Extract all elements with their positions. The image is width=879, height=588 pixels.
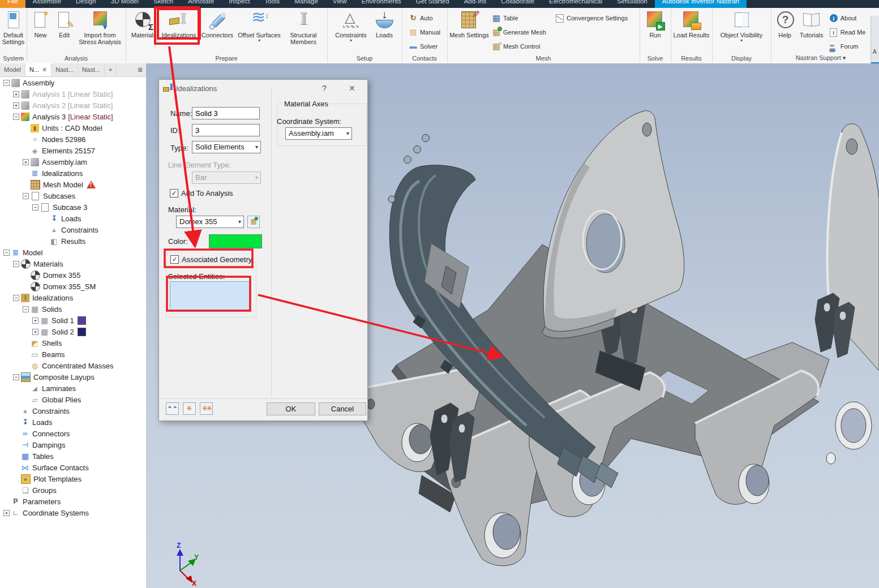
generate-mesh-button[interactable]: Generate Mesh <box>490 25 553 39</box>
object-visibility-button[interactable]: Object Visibility ▾ <box>716 9 767 42</box>
menu-tab-file[interactable]: File <box>0 0 25 8</box>
minus-expander-icon[interactable]: − <box>3 250 10 256</box>
panel-tab-nast[interactable]: Nast... <box>78 63 105 76</box>
tree-item-coordinate-systems[interactable]: +Coordinate Systems <box>0 507 146 518</box>
minus-expander-icon[interactable]: − <box>32 204 38 211</box>
tree-item-loads[interactable]: Loads <box>0 417 146 428</box>
load-results-button[interactable]: Load Results <box>672 9 711 38</box>
forum-button[interactable]: Forum <box>827 39 868 53</box>
tree-item-constraints[interactable]: Constraints <box>0 405 146 417</box>
coordinate-system-dropdown[interactable]: Assembly.iam▾ <box>285 127 352 140</box>
associated-geometry-checkbox[interactable]: ✓ <box>170 255 179 264</box>
name-input[interactable] <box>192 107 260 119</box>
tree-item-analysis-3[interactable]: −Analysis 3[Linear Static] <box>0 111 146 122</box>
tree-item-constraints[interactable]: Constraints <box>0 224 146 235</box>
new-analysis-button[interactable]: New <box>28 9 53 38</box>
ok-button[interactable]: OK <box>267 402 315 415</box>
read-me-button[interactable]: Read Me <box>827 25 868 39</box>
tree-item-results[interactable]: Results <box>0 235 146 247</box>
tree-item-plot-templates[interactable]: Plot Templates <box>0 473 146 484</box>
loads-button[interactable]: Loads <box>371 9 398 38</box>
convergence-settings-button[interactable]: Convergence Settings <box>553 11 638 25</box>
tree-item-loads[interactable]: Loads <box>0 213 146 224</box>
tree-item-composite-layups[interactable]: −Composite Layups <box>0 371 146 383</box>
plus-expander-icon[interactable]: + <box>32 329 38 335</box>
tree-item-idealizations[interactable]: Idealizations <box>0 168 146 179</box>
material-dropdown[interactable]: Domex 355▾ <box>176 216 244 228</box>
tree-item-model[interactable]: −Model <box>0 247 146 258</box>
auto-contacts-button[interactable]: Auto <box>406 11 443 25</box>
menu-tab-annotate[interactable]: Annotate <box>181 0 221 8</box>
tree-item-domex-355-sm[interactable]: Domex 355_SM <box>0 281 146 292</box>
tree-item-elements-25157[interactable]: Elements 25157 <box>0 145 146 156</box>
minus-expander-icon[interactable]: − <box>13 261 19 267</box>
minus-expander-icon[interactable]: − <box>13 374 19 380</box>
color-swatch[interactable] <box>78 328 86 336</box>
tree-item-surface-contacts[interactable]: Surface Contacts <box>0 462 146 473</box>
tree-item-subcase-3[interactable]: −Subcase 3 <box>0 201 146 213</box>
tree-item-analysis-2-linear-static[interactable]: +Analysis 2 [Linear Static] <box>0 100 146 111</box>
close-icon[interactable]: ✕ <box>42 66 47 73</box>
menu-tab-simulation[interactable]: Simulation <box>610 0 655 8</box>
tree-item-units-cad-model[interactable]: Units : CAD Model <box>0 122 146 134</box>
tree-item-assembly-iam[interactable]: +Assembly.iam <box>0 156 146 168</box>
menu-tab-manage[interactable]: Manage <box>287 0 325 8</box>
plus-expander-icon[interactable]: + <box>3 510 10 516</box>
mesh-table-button[interactable]: Table <box>490 11 553 25</box>
panel-tab-n[interactable]: N...✕ <box>25 63 52 76</box>
edit-analysis-button[interactable]: Edit <box>53 9 76 38</box>
materials-button[interactable]: Materials <box>130 9 158 38</box>
tree-item-solid-1[interactable]: +Solid 1 <box>0 315 146 326</box>
preview-button[interactable]: ✳ <box>183 402 196 415</box>
tree-item-solids[interactable]: −Solids <box>0 303 146 315</box>
tree-item-shells[interactable]: Shells <box>0 337 146 349</box>
tree-item-solid-2[interactable]: +Solid 2 <box>0 326 146 337</box>
tree-item-mesh-model[interactable]: Mesh Model <box>0 179 146 190</box>
plus-expander-icon[interactable]: + <box>13 102 19 109</box>
menu-tab-add-ins[interactable]: Add-Ins <box>457 0 494 8</box>
tree-item-domex-355[interactable]: Domex 355 <box>0 269 146 281</box>
manual-contact-button[interactable]: Manual <box>406 25 443 39</box>
tutorials-button[interactable]: Tutorials <box>796 9 827 38</box>
tree-item-tables[interactable]: Tables <box>0 450 146 462</box>
selected-entities-box[interactable] <box>170 281 250 310</box>
menu-tab-collaborate[interactable]: Collaborate <box>494 0 542 8</box>
tree-item-analysis-1-linear-static[interactable]: +Analysis 1 [Linear Static] <box>0 88 146 100</box>
minus-expander-icon[interactable]: − <box>13 295 19 301</box>
tree-item-assembly[interactable]: −Assembly <box>0 77 146 88</box>
color-swatch[interactable] <box>78 316 86 325</box>
tree-item-groups[interactable]: Groups <box>0 484 146 496</box>
mesh-control-button[interactable]: Mesh Control <box>490 39 553 53</box>
help-button[interactable]: Help <box>774 9 796 38</box>
connectors-button[interactable]: Connectors <box>200 9 235 38</box>
menu-tab-view[interactable]: View <box>325 0 354 8</box>
plus-expander-icon[interactable]: + <box>23 159 29 165</box>
panel-tab-model[interactable]: Model <box>0 63 25 76</box>
dialog-close-button[interactable]: ✕ <box>349 84 355 93</box>
import-from-stress-analysis-button[interactable]: Import from Stress Analysis <box>76 9 125 45</box>
tree-item-global-plies[interactable]: Global Plies <box>0 394 146 405</box>
color-swatch-field[interactable] <box>209 234 262 248</box>
tree-item-beams[interactable]: Beams <box>0 349 146 360</box>
tree-item-connectors[interactable]: Connectors <box>0 428 146 439</box>
minus-expander-icon[interactable]: − <box>3 80 10 86</box>
hamburger-menu-icon[interactable]: ≡ <box>138 63 143 76</box>
default-settings-button[interactable]: Default Settings <box>1 9 27 45</box>
id-input[interactable] <box>192 124 260 136</box>
new-material-button[interactable] <box>247 216 260 228</box>
menu-tab-environments[interactable]: Environments <box>354 0 409 8</box>
panel-tab-[interactable]: + <box>105 63 117 76</box>
idealizations-button[interactable]: Idealizations <box>158 9 200 38</box>
tree-item-materials[interactable]: −Materials <box>0 258 146 269</box>
constraints-button[interactable]: Constraints ▾ <box>331 9 371 42</box>
about-button[interactable]: About <box>827 11 868 25</box>
minus-expander-icon[interactable]: − <box>23 306 29 312</box>
menu-tab-electromechanical[interactable]: Electromechanical <box>542 0 610 8</box>
tree-item-concentrated-masses[interactable]: Concentrated Masses <box>0 360 146 371</box>
minus-expander-icon[interactable]: − <box>13 114 19 120</box>
run-button[interactable]: Run <box>643 9 668 38</box>
offset-surfaces-button[interactable]: Offset Surfaces ▾ <box>235 9 284 42</box>
mesh-settings-button[interactable]: Mesh Settings <box>449 9 490 38</box>
tree-item-laminates[interactable]: Laminates <box>0 383 146 394</box>
minus-expander-icon[interactable]: − <box>23 193 29 199</box>
